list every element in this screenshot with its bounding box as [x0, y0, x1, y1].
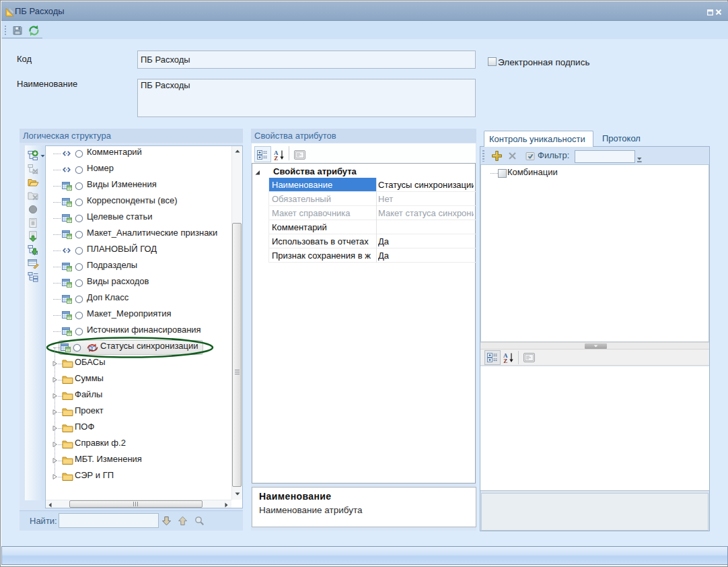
svg-text:Z: Z	[503, 358, 507, 363]
svg-text:Z: Z	[274, 155, 278, 160]
